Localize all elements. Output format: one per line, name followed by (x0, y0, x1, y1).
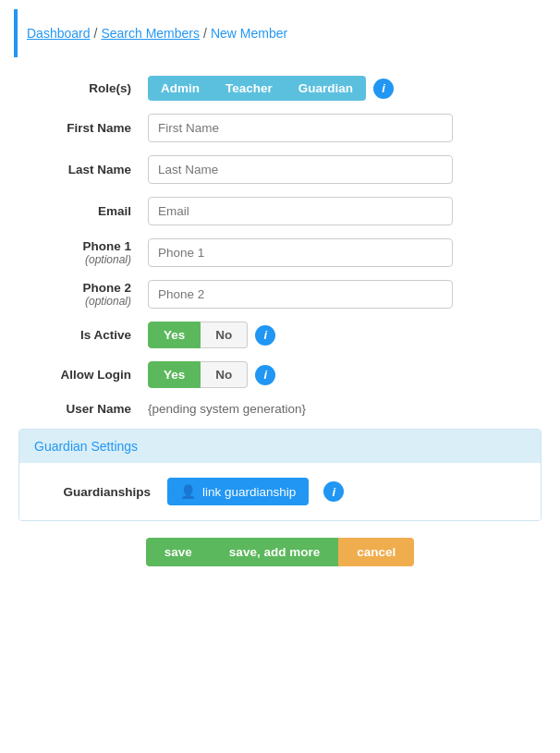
last-name-input-col (148, 155, 542, 184)
breadcrumb-dashboard[interactable]: Dashboard (27, 26, 91, 41)
is-active-input-col: Yes No i (148, 322, 542, 348)
user-icon: 👤 (180, 484, 196, 499)
last-name-row: Last Name (18, 155, 542, 184)
first-name-row: First Name (18, 114, 542, 142)
save-add-more-button[interactable]: save, add more (211, 538, 338, 566)
breadcrumb-sep1: / (94, 26, 98, 41)
email-input-col (148, 197, 542, 225)
is-active-label: Is Active (18, 328, 148, 342)
roles-input-col: Admin Teacher Guardian i (148, 76, 542, 101)
guardianships-row: Guardianships 👤 link guardianship i (38, 478, 522, 505)
guardianships-input-col: 👤 link guardianship i (167, 478, 344, 505)
guardian-section-header: Guardian Settings (19, 430, 541, 463)
email-label: Email (18, 204, 148, 218)
phone1-optional: (optional) (18, 253, 131, 266)
action-buttons: save save, add more cancel (18, 538, 542, 566)
new-member-form: Role(s) Admin Teacher Guardian i First N… (0, 67, 560, 594)
allow-login-row: Allow Login Yes No i (18, 361, 542, 388)
username-pending-text: {pending system generation} (148, 402, 306, 416)
link-guardianship-button[interactable]: 👤 link guardianship (167, 478, 309, 505)
guardian-section-body: Guardianships 👤 link guardianship i (19, 463, 541, 520)
phone2-input-col (148, 280, 542, 309)
email-row: Email (18, 197, 542, 225)
link-guardianship-label: link guardianship (202, 485, 296, 499)
breadcrumb-search-members[interactable]: Search Members (101, 26, 200, 41)
guardian-settings-section: Guardian Settings Guardianships 👤 link g… (18, 429, 542, 521)
phone1-label: Phone 1 (optional) (18, 239, 148, 266)
breadcrumb: Dashboard / Search Members / New Member (14, 9, 546, 57)
roles-row: Role(s) Admin Teacher Guardian i (18, 76, 542, 101)
guardianships-label: Guardianships (38, 485, 167, 499)
roles-info-icon[interactable]: i (373, 79, 394, 99)
phone2-optional: (optional) (18, 295, 131, 308)
allow-login-input-col: Yes No i (148, 361, 542, 388)
username-row: User Name {pending system generation} (18, 401, 542, 416)
roles-label: Role(s) (18, 81, 148, 95)
first-name-input[interactable] (148, 114, 453, 142)
email-input[interactable] (148, 197, 453, 225)
is-active-row: Is Active Yes No i (18, 322, 542, 348)
first-name-input-col (148, 114, 542, 142)
last-name-label: Last Name (18, 163, 148, 176)
phone2-label: Phone 2 (optional) (18, 281, 148, 308)
phone1-row: Phone 1 (optional) (18, 238, 542, 267)
phone1-input[interactable] (148, 238, 453, 267)
role-guardian-button[interactable]: Guardian (286, 76, 366, 101)
cancel-button[interactable]: cancel (338, 538, 414, 566)
role-admin-button[interactable]: Admin (148, 76, 213, 101)
first-name-label: First Name (18, 121, 148, 135)
is-active-no-button[interactable]: No (201, 322, 248, 348)
last-name-input[interactable] (148, 155, 453, 184)
role-teacher-button[interactable]: Teacher (213, 76, 286, 101)
is-active-yes-button[interactable]: Yes (148, 322, 201, 348)
phone2-input[interactable] (148, 280, 453, 309)
is-active-info-icon[interactable]: i (255, 325, 275, 346)
breadcrumb-new-member: New Member (211, 26, 287, 41)
allow-login-no-button[interactable]: No (201, 361, 248, 388)
phone1-input-col (148, 238, 542, 267)
allow-login-yes-button[interactable]: Yes (148, 361, 201, 388)
guardianship-info-icon[interactable]: i (323, 481, 344, 502)
allow-login-label: Allow Login (18, 368, 148, 382)
username-label: User Name (18, 402, 148, 416)
allow-login-info-icon[interactable]: i (255, 365, 275, 385)
phone2-row: Phone 2 (optional) (18, 280, 542, 309)
username-value-col: {pending system generation} (148, 401, 542, 416)
breadcrumb-sep2: / (203, 26, 207, 41)
save-button[interactable]: save (146, 538, 211, 566)
